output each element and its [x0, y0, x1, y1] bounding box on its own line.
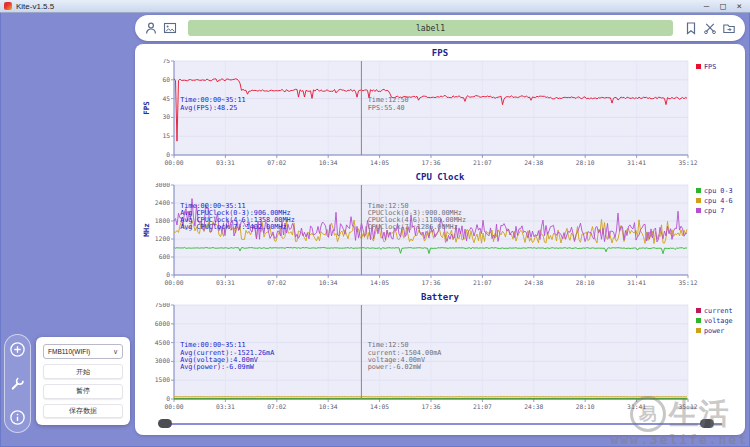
close-button[interactable]: × [737, 1, 742, 12]
svg-text:31:41: 31:41 [627, 159, 646, 166]
svg-text:power: power [704, 327, 724, 335]
sidebar [4, 334, 31, 433]
cpu-clock-chart[interactable]: 0600120018002400300000:0003:3107:0210:34… [142, 183, 738, 291]
svg-text:30: 30 [162, 113, 170, 120]
svg-text:4500: 4500 [155, 339, 170, 346]
svg-text:10:34: 10:34 [319, 279, 338, 286]
fps-chart[interactable]: 0153045607500:0003:3107:0210:3414:0517:3… [142, 59, 738, 171]
device-select-value: FMB110(WIFI) [48, 348, 90, 355]
svg-text:24:38: 24:38 [524, 403, 543, 410]
svg-text:31:41: 31:41 [627, 279, 646, 286]
svg-text:6000: 6000 [155, 320, 170, 327]
svg-text:1200: 1200 [155, 235, 170, 242]
svg-text:35:12: 35:12 [679, 403, 698, 410]
svg-text:cpu 4-6: cpu 4-6 [704, 197, 733, 205]
pause-button[interactable]: 暂停 [43, 384, 123, 399]
svg-text:14:05: 14:05 [370, 279, 389, 286]
wrench-icon[interactable] [9, 375, 26, 392]
svg-text:10:34: 10:34 [319, 403, 338, 410]
user-icon[interactable] [144, 21, 158, 35]
timeline-scrollbar[interactable] [142, 416, 738, 431]
svg-text:00:00: 00:00 [165, 403, 184, 410]
svg-text:35:12: 35:12 [679, 159, 698, 166]
svg-text:24:38: 24:38 [524, 279, 543, 286]
save-data-button[interactable]: 保存数据 [43, 404, 123, 419]
svg-text:21:07: 21:07 [473, 403, 492, 410]
svg-text:31:41: 31:41 [627, 403, 646, 410]
window-title: Kite-v1.5.5 [16, 2, 54, 11]
fps-chart-block: FPS 0153045607500:0003:3107:0210:3414:05… [142, 47, 738, 171]
svg-text:2400: 2400 [155, 199, 170, 206]
svg-text:Time:12:50FPS:55.40: Time:12:50FPS:55.40 [368, 96, 409, 111]
svg-text:35:12: 35:12 [679, 279, 698, 286]
session-label-text: label1 [416, 24, 445, 33]
svg-text:0: 0 [166, 395, 170, 402]
svg-text:0: 0 [166, 151, 170, 158]
fps-chart-title: FPS [142, 47, 738, 59]
slider-handle-left[interactable] [158, 419, 172, 428]
svg-text:07:02: 07:02 [267, 279, 286, 286]
svg-text:600: 600 [159, 253, 171, 260]
bookmark-icon[interactable] [684, 21, 698, 35]
battery-chart-title: Battery [142, 291, 738, 303]
svg-text:00:00: 00:00 [165, 159, 184, 166]
svg-text:cpu 7: cpu 7 [704, 207, 724, 215]
svg-text:7500: 7500 [155, 303, 170, 308]
svg-text:07:02: 07:02 [267, 159, 286, 166]
svg-text:15: 15 [162, 132, 170, 139]
folder-export-icon[interactable] [722, 21, 736, 35]
scissors-icon[interactable] [703, 21, 717, 35]
svg-text:10:34: 10:34 [319, 159, 338, 166]
svg-text:03:31: 03:31 [216, 159, 235, 166]
svg-text:14:05: 14:05 [370, 403, 389, 410]
svg-text:voltage: voltage [704, 317, 733, 325]
toolbar: label1 [135, 15, 745, 41]
svg-text:MHz: MHz [142, 223, 151, 237]
svg-text:24:38: 24:38 [524, 159, 543, 166]
slider-handle-right[interactable] [700, 419, 714, 428]
chevron-down-icon: ∨ [113, 348, 118, 356]
battery-chart[interactable]: 01500300045006000750000:0003:3107:0210:3… [142, 303, 738, 415]
svg-text:current: current [704, 307, 733, 315]
svg-text:17:36: 17:36 [422, 159, 441, 166]
info-icon[interactable] [9, 409, 26, 426]
minimize-button[interactable]: – [704, 1, 709, 12]
svg-text:0: 0 [166, 271, 170, 278]
start-button[interactable]: 开始 [43, 364, 123, 379]
svg-text:28:10: 28:10 [576, 279, 595, 286]
control-panel: FMB110(WIFI) ∨ 开始 暂停 保存数据 [36, 337, 130, 425]
svg-text:60: 60 [162, 76, 170, 83]
svg-text:3000: 3000 [155, 183, 170, 188]
window-controls: – □ × [704, 1, 746, 12]
battery-chart-block: Battery 01500300045006000750000:0003:310… [142, 291, 738, 415]
cpu-clock-chart-title: CPU Clock [142, 171, 738, 183]
app-icon [4, 2, 12, 10]
image-icon[interactable] [163, 21, 177, 35]
svg-text:cpu 0-3: cpu 0-3 [704, 187, 733, 195]
window-titlebar: Kite-v1.5.5 – □ × [0, 0, 750, 13]
charts-panel: FPS 0153045607500:0003:3107:0210:3414:05… [135, 44, 745, 435]
add-icon[interactable] [9, 341, 26, 358]
svg-text:FPS: FPS [142, 101, 151, 115]
svg-text:45: 45 [162, 95, 170, 102]
svg-text:07:02: 07:02 [267, 403, 286, 410]
svg-text:21:07: 21:07 [473, 279, 492, 286]
svg-text:75: 75 [162, 59, 170, 64]
svg-text:17:36: 17:36 [422, 279, 441, 286]
svg-text:03:31: 03:31 [216, 403, 235, 410]
timeline-track[interactable] [162, 423, 722, 425]
svg-text:03:31: 03:31 [216, 279, 235, 286]
cpu-clock-chart-block: CPU Clock 0600120018002400300000:0003:31… [142, 171, 738, 291]
svg-text:14:05: 14:05 [370, 159, 389, 166]
svg-text:Time:00:00~35:11Avg(FPS):48.25: Time:00:00~35:11Avg(FPS):48.25 [180, 96, 245, 111]
device-select[interactable]: FMB110(WIFI) ∨ [43, 344, 123, 359]
svg-text:17:36: 17:36 [422, 403, 441, 410]
svg-text:00:00: 00:00 [165, 279, 184, 286]
svg-text:FPS: FPS [704, 63, 716, 71]
svg-text:28:10: 28:10 [576, 403, 595, 410]
maximize-button[interactable]: □ [720, 1, 725, 12]
svg-text:3000: 3000 [155, 357, 170, 364]
session-label-bar[interactable]: label1 [188, 20, 673, 36]
svg-text:21:07: 21:07 [473, 159, 492, 166]
svg-text:1800: 1800 [155, 217, 170, 224]
